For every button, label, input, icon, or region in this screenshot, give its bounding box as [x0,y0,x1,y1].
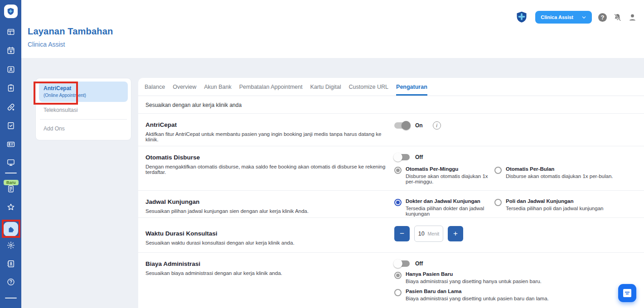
section-title: Biaya Administrasi [145,260,394,267]
tab-akun-bank[interactable]: Akun Bank [204,78,231,96]
settings-row-biaya-administrasi: Biaya Administrasi Sesuaikan biaya admin… [138,253,644,308]
chevron-down-icon [581,15,586,20]
section-description: Sesuaikan pilihan jadwal kunjungan sien … [145,208,394,214]
radio-button [494,199,502,206]
tab-pembatalan-appointment[interactable]: Pembatalan Appointment [239,78,303,96]
settings-gear-icon[interactable] [6,241,15,250]
duration-unit: Menit [428,231,440,236]
radio-button [494,167,502,174]
sidebar-divider [5,298,17,298]
tab-customize-url[interactable]: Customize URL [349,78,389,96]
star-icon[interactable] [6,203,15,212]
contacts-book-icon[interactable] [6,260,15,268]
section-description: Dengan mengaktifkan otomatis disburse, m… [145,164,394,175]
pharmacy-pill-icon[interactable] [6,103,15,111]
tab-bar: Balance Overview Akun Bank Pembatalan Ap… [138,78,644,96]
settings-row-otomatis-disburse: Otomatis Disburse Dengan mengaktifkan ot… [138,146,644,191]
account-icon[interactable] [628,13,637,22]
increase-duration-button[interactable]: + [448,226,463,241]
duration-stepper: − 10 Menit + [394,226,637,242]
info-icon[interactable]: i [433,121,441,130]
page-title: Layanan Tambahan [28,26,113,37]
new-feature-badge: Baru [4,180,19,185]
report-document-icon[interactable] [7,185,15,193]
radio-button [394,289,402,296]
add-ons-puzzle-item[interactable] [4,222,18,236]
clinic-shield-icon [4,5,18,18]
radio-otomatis-per-minggu[interactable]: Otomatis Per-Minggu Disburse akan otomat… [394,166,494,184]
radio-button [394,167,402,174]
tab-overview[interactable]: Overview [173,78,196,96]
tab-balance[interactable]: Balance [145,78,165,96]
radio-poli-jadwal[interactable]: Poli dan Jadwal Kunjungan Tersedia pilih… [494,198,603,211]
service-item-subtitle: (Online Appointment) [44,93,123,98]
tab-kartu-digital[interactable]: Kartu Digital [310,78,341,96]
decrease-duration-button[interactable]: − [394,226,410,241]
notifications-muted-icon[interactable] [613,13,622,22]
tab-pengaturan[interactable]: Pengaturan [396,78,427,96]
radio-otomatis-per-bulan[interactable]: Otomatis Per-Bulan Disburse akan otomati… [494,166,613,179]
duration-input[interactable]: 10 Menit [414,226,443,242]
service-list: AntriCepat (Online Appointment) Telekons… [35,78,131,140]
radio-pasien-baru-dan-lama[interactable]: Pasien Baru dan Lama Biaya administrasi … [394,289,637,301]
service-item-title: AntriCepat [44,85,123,91]
radio-button [394,199,402,206]
app-logo[interactable] [4,5,18,18]
add-ons-puzzle-icon [4,222,18,236]
radio-dokter-jadwal[interactable]: Dokter dan Jadwal Kunjungan Tersedia pil… [394,198,494,217]
toggle-state-label: On [415,122,423,129]
help-icon[interactable]: ? [598,13,607,22]
section-title: AntriCepat [145,121,394,128]
calendar-icon[interactable] [6,46,15,55]
medical-record-icon[interactable] [6,84,15,92]
section-title: Waktu Durasi Konsultasi [145,230,394,237]
antricepat-toggle[interactable] [394,122,410,129]
help-circle-icon[interactable] [6,278,15,286]
otomatis-disburse-toggle[interactable] [394,154,410,160]
id-card-icon[interactable] [6,140,15,149]
section-description: Sesuaikan biaya administrasi dengan alur… [145,270,394,276]
chat-widget-button[interactable] [618,284,636,302]
clinic-selector-label: Clinica Assist [541,14,573,20]
patients-icon[interactable] [6,65,15,74]
settings-row-waktu-durasi: Waktu Durasi Konsultasi Sesuaikan waktu … [138,218,644,253]
header: Layanan Tambahan Clinica Assist Clinica … [21,0,644,58]
settings-panel: Balance Overview Akun Bank Pembatalan Ap… [138,78,644,308]
section-description: Sesuaikan waktu durasi konsultasi dengan… [145,240,394,245]
biaya-administrasi-toggle[interactable] [394,260,410,267]
section-title: Jadwal Kunjungan [145,198,394,205]
toggle-state-label: Off [415,260,423,267]
radio-hanya-pasien-baru[interactable]: Hanya Pasien Baru Biaya administrasi yan… [394,271,637,284]
dashboard-icon[interactable] [6,28,15,36]
clinic-shield-logo-icon [514,10,529,24]
settings-row-jadwal-kunjungan: Jadwal Kunjungan Sesuaikan pilihan jadwa… [138,191,644,218]
service-item-add-ons[interactable]: Add Ons [39,120,128,137]
divider [40,119,127,120]
page-subtitle: Clinica Assist [28,41,65,48]
radio-button [394,272,402,279]
sidebar: Baru [0,0,21,308]
section-description: Aktifkan fitur AntriCepat untuk membantu… [145,131,394,142]
monitor-icon[interactable] [6,158,15,167]
settings-row-antricepat: AntriCepat Aktifkan fitur AntriCepat unt… [138,114,644,146]
service-item-antricepat[interactable]: AntriCepat (Online Appointment) [39,82,128,102]
chat-widget-icon [623,289,631,297]
duration-value: 10 [418,231,425,237]
tasks-icon[interactable] [6,121,15,130]
settings-intro: Sesuaikan dengan alur kerja klinik anda [138,96,644,114]
service-item-telekonsultasi[interactable]: Telekonsultasi [39,102,128,118]
section-title: Otomatis Disburse [145,154,394,161]
clinic-selector-button[interactable]: Clinica Assist [535,11,592,24]
sidebar-divider [5,173,17,173]
toggle-state-label: Off [415,154,423,160]
